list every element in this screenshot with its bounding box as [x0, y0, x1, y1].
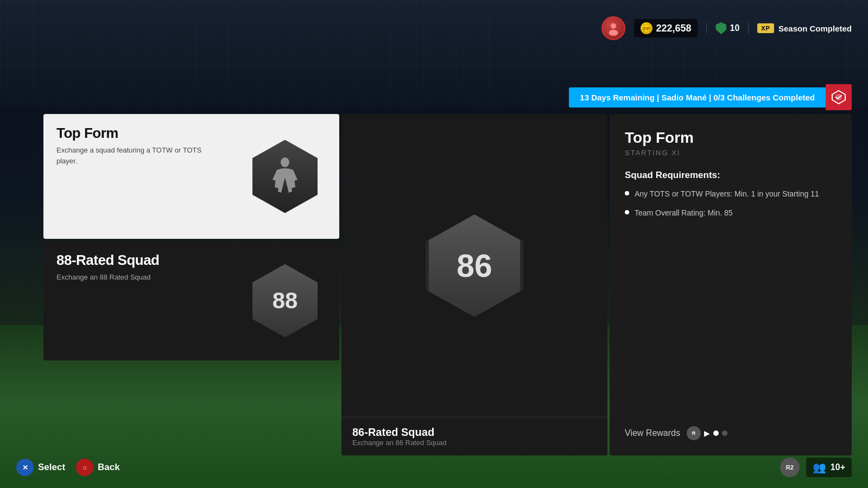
season-status: Season Completed: [778, 24, 852, 33]
card-badge-top-form: [231, 114, 339, 239]
challenge-card-top-form[interactable]: Top Form Exchange a squad featuring a TO…: [43, 114, 339, 239]
middle-card-title: 86-Rated Squad: [352, 426, 597, 439]
background-grid: [0, 0, 868, 87]
bottom-right-controls: R2 👥 10+: [780, 458, 852, 477]
shield-display: 10: [715, 22, 739, 34]
coin-icon: FP: [641, 22, 652, 34]
card-info-88-rated: 88-Rated Squad Exchange an 88 Rated Squa…: [43, 241, 231, 360]
r-button[interactable]: R: [687, 426, 701, 440]
svg-text:FP: FP: [644, 26, 650, 31]
hex-number-86-text: 86: [457, 247, 492, 283]
bottom-hud: ✕ Select ○ Back R2 👥 10+: [16, 458, 852, 477]
players-count: 10+: [831, 462, 845, 472]
select-button-group[interactable]: ✕ Select: [16, 459, 65, 476]
svg-point-6: [281, 157, 289, 167]
svg-point-1: [609, 30, 618, 36]
view-rewards-controls: R ▶: [687, 426, 727, 440]
currency-display: FP 222,658: [634, 19, 698, 37]
main-content: Top Form Exchange a squad featuring a TO…: [43, 114, 852, 455]
requirements-heading: Squad Requirements:: [625, 170, 837, 181]
middle-card-desc: Exchange an 86 Rated Squad: [352, 439, 597, 447]
right-panel-subtitle: STARTING XI: [625, 149, 837, 157]
top-hud: FP 222,658 10 XP Season Completed: [601, 16, 852, 40]
hex-number-88-text: 88: [273, 288, 298, 313]
r2-label: R2: [786, 464, 794, 471]
svg-point-0: [611, 23, 617, 29]
card-desc-top-form: Exchange a squad featuring a TOTW or TOT…: [56, 145, 218, 166]
card-title-top-form: Top Form: [56, 125, 218, 142]
avatar: [601, 16, 625, 40]
players-icon: 👥: [813, 461, 826, 474]
back-label: Back: [98, 462, 120, 473]
hud-divider-1: [706, 23, 707, 34]
select-label: Select: [38, 462, 65, 473]
chevron-right-icon: ▶: [704, 429, 710, 438]
card-desc-88-rated: Exchange an 88 Rated Squad: [56, 272, 218, 283]
hex-shape-86: 86: [429, 214, 520, 317]
dot-indicator-1: [713, 430, 719, 436]
hex-shape-top-form: [252, 140, 318, 213]
requirement-item-2: Team Overall Rating: Min. 85: [625, 207, 837, 219]
view-rewards-row[interactable]: View Rewards R ▶: [625, 426, 837, 440]
hud-divider-2: [748, 23, 749, 34]
xp-display: XP Season Completed: [757, 23, 852, 33]
left-panel: Top Form Exchange a squad featuring a TO…: [43, 114, 339, 455]
req-text-1: Any TOTS or TOTW Players: Min. 1 in your…: [635, 188, 819, 200]
hex-number-86: 86: [457, 250, 492, 282]
players-badge: 👥 10+: [806, 458, 852, 477]
x-button-icon: ✕: [16, 459, 34, 476]
challenge-banner-text: 13 Days Remaining | Sadio Mané | 0/3 Cha…: [569, 87, 826, 107]
req-bullet-1: [625, 191, 629, 195]
dot-indicator-2: [722, 430, 727, 436]
r-button-label: R: [692, 430, 696, 436]
hex-shape-88: 88: [252, 264, 318, 338]
bottom-left-controls: ✕ Select ○ Back: [16, 459, 120, 476]
r2-button[interactable]: R2: [780, 458, 800, 477]
challenge-banner: 13 Days Remaining | Sadio Mané | 0/3 Cha…: [569, 84, 852, 110]
view-rewards-label: View Rewards: [625, 428, 680, 438]
middle-panel: 86 86-Rated Squad Exchange an 86 Rated S…: [341, 114, 607, 455]
middle-card-area: 86: [341, 114, 607, 417]
hex-number-88: 88: [273, 289, 298, 312]
currency-amount: 222,658: [656, 23, 691, 34]
req-text-2: Team Overall Rating: Min. 85: [635, 207, 733, 219]
o-button-icon: ○: [76, 459, 93, 476]
hex-badge-top-form: [252, 140, 318, 213]
card-info-top-form: Top Form Exchange a squad featuring a TO…: [43, 114, 231, 239]
req-bullet-2: [625, 210, 629, 214]
right-panel: Top Form STARTING XI Squad Requirements:…: [610, 114, 852, 455]
challenge-banner-icon: [826, 84, 852, 110]
hex-badge-86-middle: 86: [429, 214, 520, 317]
xp-badge: XP: [757, 23, 774, 33]
back-button-group[interactable]: ○ Back: [76, 459, 120, 476]
right-panel-title: Top Form: [625, 129, 837, 147]
shield-icon: [715, 22, 726, 34]
card-badge-88-rated: 88: [231, 241, 339, 360]
card-title-88-rated: 88-Rated Squad: [56, 252, 218, 269]
middle-card-info: 86-Rated Squad Exchange an 86 Rated Squa…: [341, 417, 607, 455]
shield-count: 10: [730, 23, 739, 33]
challenge-card-88-rated[interactable]: 88-Rated Squad Exchange an 88 Rated Squa…: [43, 241, 339, 360]
requirement-item-1: Any TOTS or TOTW Players: Min. 1 in your…: [625, 188, 837, 200]
hex-badge-88: 88: [252, 264, 318, 338]
